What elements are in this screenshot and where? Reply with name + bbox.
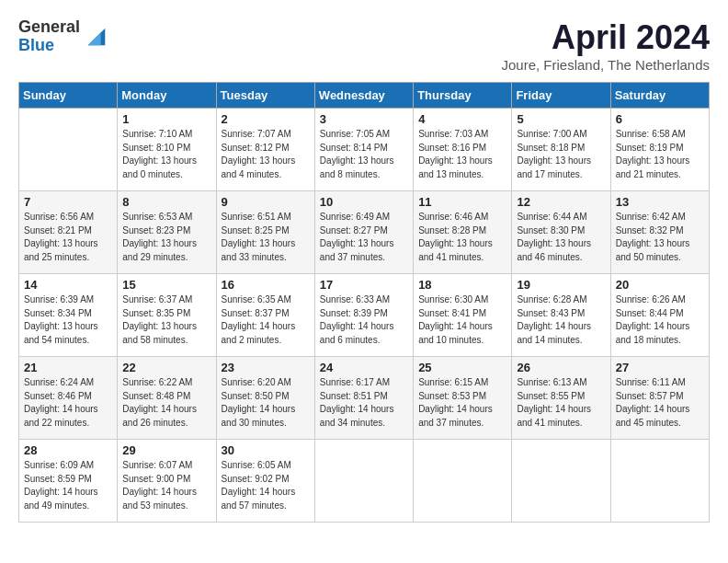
- day-info: Sunrise: 6:07 AM Sunset: 9:00 PM Dayligh…: [122, 459, 210, 512]
- day-number: 20: [616, 278, 704, 292]
- calendar-header-row: SundayMondayTuesdayWednesdayThursdayFrid…: [19, 83, 710, 109]
- calendar-cell: 29Sunrise: 6:07 AM Sunset: 9:00 PM Dayli…: [118, 440, 216, 523]
- day-number: 16: [222, 278, 310, 292]
- calendar-cell: [610, 440, 709, 523]
- day-info: Sunrise: 6:11 AM Sunset: 8:57 PM Dayligh…: [616, 376, 704, 430]
- day-number: 14: [24, 278, 112, 292]
- calendar-cell: 10Sunrise: 6:49 AM Sunset: 8:27 PM Dayli…: [314, 191, 413, 274]
- day-info: Sunrise: 7:10 AM Sunset: 8:10 PM Dayligh…: [122, 128, 210, 181]
- day-number: 12: [517, 195, 605, 209]
- calendar-week-row: 7Sunrise: 6:56 AM Sunset: 8:21 PM Daylig…: [19, 191, 710, 274]
- month-title: April 2024: [501, 18, 710, 57]
- calendar-cell: 21Sunrise: 6:24 AM Sunset: 8:46 PM Dayli…: [19, 357, 118, 440]
- weekday-header: Friday: [512, 83, 610, 109]
- calendar-cell: 5Sunrise: 7:00 AM Sunset: 8:18 PM Daylig…: [512, 109, 610, 191]
- day-number: 5: [517, 112, 605, 126]
- calendar-cell: 18Sunrise: 6:30 AM Sunset: 8:41 PM Dayli…: [414, 274, 512, 357]
- calendar-cell: 1Sunrise: 7:10 AM Sunset: 8:10 PM Daylig…: [118, 109, 216, 191]
- calendar-cell: 4Sunrise: 7:03 AM Sunset: 8:16 PM Daylig…: [414, 109, 512, 191]
- calendar-cell: 23Sunrise: 6:20 AM Sunset: 8:50 PM Dayli…: [216, 357, 314, 440]
- day-info: Sunrise: 6:39 AM Sunset: 8:34 PM Dayligh…: [24, 293, 112, 347]
- logo-text: General Blue: [18, 18, 80, 55]
- day-number: 4: [418, 112, 506, 126]
- logo-icon: [84, 24, 109, 50]
- day-info: Sunrise: 6:24 AM Sunset: 8:46 PM Dayligh…: [24, 376, 112, 430]
- day-info: Sunrise: 6:28 AM Sunset: 8:43 PM Dayligh…: [517, 293, 605, 347]
- calendar-cell: 17Sunrise: 6:33 AM Sunset: 8:39 PM Dayli…: [314, 274, 413, 357]
- day-number: 29: [122, 443, 210, 457]
- day-number: 13: [616, 195, 704, 209]
- day-info: Sunrise: 7:05 AM Sunset: 8:14 PM Dayligh…: [320, 128, 408, 181]
- day-number: 9: [222, 195, 310, 209]
- day-number: 17: [320, 278, 408, 292]
- calendar-cell: 9Sunrise: 6:51 AM Sunset: 8:25 PM Daylig…: [216, 191, 314, 274]
- day-info: Sunrise: 6:58 AM Sunset: 8:19 PM Dayligh…: [616, 128, 704, 181]
- day-info: Sunrise: 6:46 AM Sunset: 8:28 PM Dayligh…: [418, 211, 506, 264]
- day-info: Sunrise: 6:53 AM Sunset: 8:23 PM Dayligh…: [122, 211, 210, 264]
- logo: General Blue: [18, 18, 109, 55]
- day-number: 15: [122, 278, 210, 292]
- calendar-cell: 13Sunrise: 6:42 AM Sunset: 8:32 PM Dayli…: [610, 191, 709, 274]
- day-number: 25: [418, 361, 506, 374]
- day-number: 18: [418, 278, 506, 292]
- day-info: Sunrise: 6:51 AM Sunset: 8:25 PM Dayligh…: [222, 211, 310, 264]
- day-info: Sunrise: 7:00 AM Sunset: 8:18 PM Dayligh…: [517, 128, 605, 181]
- day-number: 28: [24, 443, 112, 457]
- calendar-cell: [414, 440, 512, 523]
- weekday-header: Tuesday: [216, 83, 314, 109]
- calendar-cell: 27Sunrise: 6:11 AM Sunset: 8:57 PM Dayli…: [610, 357, 709, 440]
- weekday-header: Saturday: [610, 83, 709, 109]
- calendar-week-row: 1Sunrise: 7:10 AM Sunset: 8:10 PM Daylig…: [19, 109, 710, 191]
- day-info: Sunrise: 6:37 AM Sunset: 8:35 PM Dayligh…: [122, 293, 210, 347]
- day-info: Sunrise: 6:17 AM Sunset: 8:51 PM Dayligh…: [320, 376, 408, 430]
- day-number: 7: [24, 195, 112, 209]
- calendar-week-row: 14Sunrise: 6:39 AM Sunset: 8:34 PM Dayli…: [19, 274, 710, 357]
- weekday-header: Monday: [118, 83, 216, 109]
- weekday-header: Thursday: [414, 83, 512, 109]
- day-info: Sunrise: 7:03 AM Sunset: 8:16 PM Dayligh…: [418, 128, 506, 181]
- svg-marker-1: [88, 32, 101, 45]
- day-info: Sunrise: 6:35 AM Sunset: 8:37 PM Dayligh…: [222, 293, 310, 347]
- calendar-cell: 6Sunrise: 6:58 AM Sunset: 8:19 PM Daylig…: [610, 109, 709, 191]
- calendar-cell: 11Sunrise: 6:46 AM Sunset: 8:28 PM Dayli…: [414, 191, 512, 274]
- day-number: 3: [320, 112, 408, 126]
- page-header: General Blue April 2024 Joure, Friesland…: [18, 18, 710, 73]
- calendar-table: SundayMondayTuesdayWednesdayThursdayFrid…: [18, 82, 710, 523]
- day-number: 26: [517, 361, 605, 374]
- day-info: Sunrise: 6:15 AM Sunset: 8:53 PM Dayligh…: [418, 376, 506, 430]
- day-number: 22: [122, 361, 210, 374]
- day-info: Sunrise: 6:09 AM Sunset: 8:59 PM Dayligh…: [24, 459, 112, 512]
- calendar-cell: 2Sunrise: 7:07 AM Sunset: 8:12 PM Daylig…: [216, 109, 314, 191]
- day-number: 30: [222, 443, 310, 457]
- calendar-cell: [19, 109, 118, 191]
- weekday-header: Wednesday: [314, 83, 413, 109]
- calendar-cell: 30Sunrise: 6:05 AM Sunset: 9:02 PM Dayli…: [216, 440, 314, 523]
- calendar-week-row: 21Sunrise: 6:24 AM Sunset: 8:46 PM Dayli…: [19, 357, 710, 440]
- calendar-cell: 25Sunrise: 6:15 AM Sunset: 8:53 PM Dayli…: [414, 357, 512, 440]
- day-number: 2: [222, 112, 310, 126]
- day-info: Sunrise: 6:26 AM Sunset: 8:44 PM Dayligh…: [616, 293, 704, 347]
- day-info: Sunrise: 6:13 AM Sunset: 8:55 PM Dayligh…: [517, 376, 605, 430]
- location: Joure, Friesland, The Netherlands: [501, 57, 710, 73]
- day-info: Sunrise: 6:20 AM Sunset: 8:50 PM Dayligh…: [222, 376, 310, 430]
- day-info: Sunrise: 6:49 AM Sunset: 8:27 PM Dayligh…: [320, 211, 408, 264]
- day-number: 21: [24, 361, 112, 374]
- day-info: Sunrise: 6:44 AM Sunset: 8:30 PM Dayligh…: [517, 211, 605, 264]
- day-number: 23: [222, 361, 310, 374]
- title-block: April 2024 Joure, Friesland, The Netherl…: [501, 18, 710, 73]
- day-info: Sunrise: 6:22 AM Sunset: 8:48 PM Dayligh…: [122, 376, 210, 430]
- day-info: Sunrise: 6:33 AM Sunset: 8:39 PM Dayligh…: [320, 293, 408, 347]
- calendar-cell: 8Sunrise: 6:53 AM Sunset: 8:23 PM Daylig…: [118, 191, 216, 274]
- day-number: 6: [616, 112, 704, 126]
- calendar-cell: 24Sunrise: 6:17 AM Sunset: 8:51 PM Dayli…: [314, 357, 413, 440]
- calendar-cell: 26Sunrise: 6:13 AM Sunset: 8:55 PM Dayli…: [512, 357, 610, 440]
- day-info: Sunrise: 6:42 AM Sunset: 8:32 PM Dayligh…: [616, 211, 704, 264]
- weekday-header: Sunday: [19, 83, 118, 109]
- logo-blue: Blue: [18, 37, 80, 55]
- calendar-cell: 19Sunrise: 6:28 AM Sunset: 8:43 PM Dayli…: [512, 274, 610, 357]
- day-info: Sunrise: 6:56 AM Sunset: 8:21 PM Dayligh…: [24, 211, 112, 264]
- calendar-cell: 12Sunrise: 6:44 AM Sunset: 8:30 PM Dayli…: [512, 191, 610, 274]
- calendar-cell: 3Sunrise: 7:05 AM Sunset: 8:14 PM Daylig…: [314, 109, 413, 191]
- day-number: 8: [122, 195, 210, 209]
- day-number: 11: [418, 195, 506, 209]
